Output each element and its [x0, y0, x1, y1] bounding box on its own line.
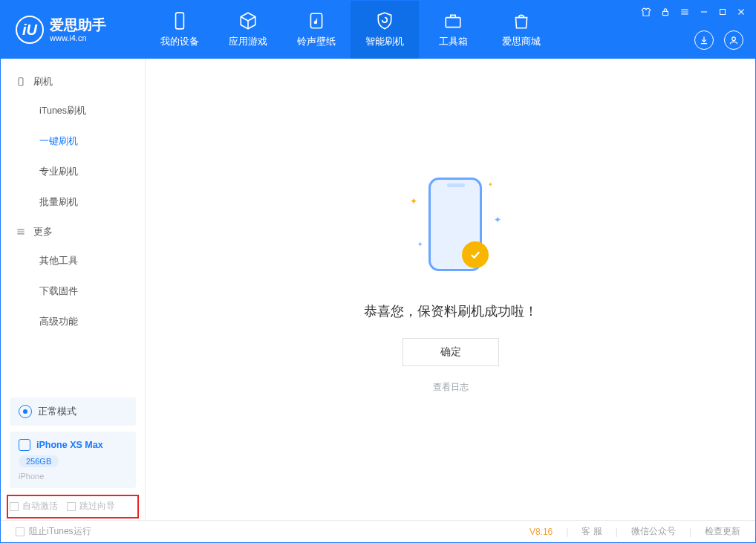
close-button[interactable] — [736, 7, 746, 17]
sidebar-section2-label: 更多 — [33, 225, 53, 238]
nav-label-flash: 智能刷机 — [365, 35, 404, 48]
header-right-icons — [694, 30, 743, 50]
footer-wechat-link[interactable]: 微信公众号 — [631, 525, 676, 538]
shirt-icon[interactable] — [641, 7, 651, 17]
user-icon[interactable] — [724, 30, 743, 50]
mode-label: 正常模式 — [38, 406, 76, 418]
sparkle-icon: ✦ — [410, 196, 417, 207]
bag-icon — [512, 11, 531, 30]
logo-icon: iU — [16, 16, 44, 44]
download-icon[interactable] — [694, 30, 714, 50]
device-storage-badge: 256GB — [19, 455, 59, 467]
device-box[interactable]: iPhone XS Max 256GB iPhone — [10, 432, 136, 488]
footer-update-link[interactable]: 检查更新 — [705, 525, 740, 538]
mode-box[interactable]: 正常模式 — [10, 397, 136, 426]
check-badge-icon — [462, 241, 489, 268]
nav-tab-store[interactable]: 爱思商城 — [487, 1, 555, 59]
music-file-icon — [307, 11, 326, 30]
main-content: ✦ ✦ ✦ ✦ 恭喜您，保资料刷机成功啦！ 确定 查看日志 — [146, 59, 755, 520]
nav-label-device: 我的设备 — [160, 35, 199, 48]
sidebar: 刷机 iTunes刷机 一键刷机 专业刷机 批量刷机 更多 其他工具 下载固件 … — [1, 59, 146, 520]
option-skip-guide[interactable]: 跳过向导 — [67, 500, 115, 513]
nav-label-store: 爱思商城 — [502, 35, 541, 48]
cube-icon — [238, 11, 258, 30]
device-name: iPhone XS Max — [36, 440, 103, 450]
app-subtitle: www.i4.cn — [50, 33, 106, 42]
sparkle-icon: ✦ — [488, 181, 493, 188]
separator: | — [616, 527, 618, 537]
app-window: iU 爱思助手 www.i4.cn 我的设备 应用游戏 铃声壁纸 智能刷机 — [0, 0, 756, 543]
header: iU 爱思助手 www.i4.cn 我的设备 应用游戏 铃声壁纸 智能刷机 — [1, 1, 755, 59]
svg-rect-6 — [19, 78, 23, 86]
sidebar-item-itunes-flash[interactable]: iTunes刷机 — [1, 96, 145, 126]
footer-right: V8.16 | 客 服 | 微信公众号 | 检查更新 — [529, 525, 740, 538]
mode-icon — [19, 405, 32, 418]
sidebar-bottom: 正常模式 iPhone XS Max 256GB iPhone 自动激活 — [1, 391, 145, 520]
device-phone-icon — [19, 439, 30, 451]
nav-tab-toolbox[interactable]: 工具箱 — [419, 1, 487, 59]
app-title: 爱思助手 — [50, 17, 106, 34]
separator: | — [566, 527, 568, 537]
option-auto-activate[interactable]: 自动激活 — [10, 500, 58, 513]
menu-icon[interactable] — [680, 7, 690, 17]
footer-block-itunes-label: 阻止iTunes运行 — [29, 525, 91, 538]
sidebar-scroll: 刷机 iTunes刷机 一键刷机 专业刷机 批量刷机 更多 其他工具 下载固件 … — [1, 59, 145, 391]
sparkle-icon: ✦ — [494, 215, 501, 225]
checkbox-icon — [16, 527, 25, 536]
nav-label-toolbox: 工具箱 — [439, 35, 468, 48]
sidebar-item-pro-flash[interactable]: 专业刷机 — [1, 157, 145, 187]
view-log-link[interactable]: 查看日志 — [433, 381, 469, 394]
sidebar-item-other-tools[interactable]: 其他工具 — [1, 246, 145, 276]
success-message: 恭喜您，保资料刷机成功啦！ — [364, 302, 538, 320]
sparkle-icon: ✦ — [417, 241, 423, 248]
svg-rect-3 — [663, 11, 668, 15]
sidebar-section-flash: 刷机 — [1, 68, 145, 96]
sidebar-item-download-firmware[interactable]: 下载固件 — [1, 276, 145, 307]
success-illustration: ✦ ✦ ✦ ✦ — [377, 170, 525, 282]
option-skip-guide-label: 跳过向导 — [79, 500, 115, 513]
logo-text: 爱思助手 www.i4.cn — [50, 17, 106, 43]
svg-rect-4 — [720, 10, 726, 15]
device-row1: iPhone XS Max — [19, 439, 127, 451]
sidebar-item-oneclick-flash[interactable]: 一键刷机 — [1, 126, 145, 157]
phone-icon — [170, 11, 189, 30]
nav-tab-apps[interactable]: 应用游戏 — [214, 1, 282, 59]
separator: | — [689, 527, 691, 537]
nav-tabs: 我的设备 应用游戏 铃声壁纸 智能刷机 工具箱 爱思商城 — [146, 1, 555, 59]
options-row: 自动激活 跳过向导 — [1, 494, 145, 520]
sidebar-item-advanced[interactable]: 高级功能 — [1, 307, 145, 337]
footer-support-link[interactable]: 客 服 — [581, 525, 602, 538]
window-controls — [641, 7, 746, 17]
svg-rect-2 — [446, 18, 460, 27]
body-area: 刷机 iTunes刷机 一键刷机 专业刷机 批量刷机 更多 其他工具 下载固件 … — [1, 59, 755, 520]
checkbox-icon — [67, 502, 76, 511]
nav-tab-ringtone[interactable]: 铃声壁纸 — [282, 1, 351, 59]
option-auto-activate-label: 自动激活 — [22, 500, 58, 513]
nav-tab-device[interactable]: 我的设备 — [146, 1, 214, 59]
nav-label-apps: 应用游戏 — [229, 35, 267, 48]
minimize-button[interactable] — [699, 7, 709, 17]
nav-label-ringtone: 铃声壁纸 — [297, 35, 336, 48]
maximize-button[interactable] — [718, 7, 727, 16]
sidebar-section1-label: 刷机 — [33, 75, 53, 88]
briefcase-icon — [443, 11, 463, 30]
checkbox-icon — [10, 502, 19, 511]
shield-refresh-icon — [375, 11, 394, 30]
svg-point-5 — [732, 37, 736, 41]
footer-block-itunes[interactable]: 阻止iTunes运行 — [16, 525, 91, 538]
confirm-button[interactable]: 确定 — [403, 338, 499, 366]
version-label: V8.16 — [529, 527, 553, 537]
lock-icon[interactable] — [660, 7, 671, 17]
logo-area: iU 爱思助手 www.i4.cn — [1, 16, 146, 44]
footer: 阻止iTunes运行 V8.16 | 客 服 | 微信公众号 | 检查更新 — [1, 520, 755, 542]
sidebar-section-more: 更多 — [1, 218, 145, 246]
nav-tab-flash[interactable]: 智能刷机 — [351, 1, 419, 59]
sidebar-item-batch-flash[interactable]: 批量刷机 — [1, 187, 145, 218]
device-type: iPhone — [19, 472, 127, 481]
svg-rect-0 — [176, 13, 184, 29]
